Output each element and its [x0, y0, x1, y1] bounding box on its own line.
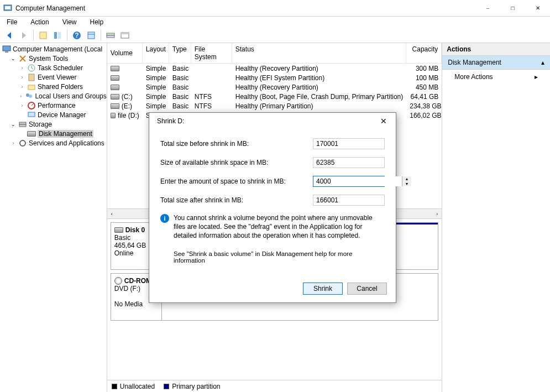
minimize-button[interactable]: –: [475, 0, 500, 17]
tool-disk-top[interactable]: [104, 29, 117, 41]
volume-row[interactable]: SimpleBasicHealthy (Recovery Partition)3…: [107, 64, 442, 73]
legend-swatch-blue: [164, 384, 169, 389]
tree-local-users[interactable]: › Local Users and Groups: [0, 91, 107, 101]
col-layout[interactable]: Layout: [143, 43, 169, 63]
volume-layout: Simple: [143, 93, 169, 101]
tool-refresh-view[interactable]: [37, 29, 49, 41]
col-volume[interactable]: Volume: [107, 43, 143, 63]
actions-group[interactable]: Disk Management ▴: [442, 56, 550, 70]
shrink-button[interactable]: Shrink: [303, 283, 343, 295]
svg-rect-17: [28, 85, 35, 90]
close-button[interactable]: ✕: [525, 0, 550, 17]
chevron-right-icon: ▸: [535, 73, 538, 81]
value-total-after: 166001: [313, 195, 385, 206]
shrink-amount-spinner[interactable]: ▲ ▼: [313, 176, 385, 187]
tree-event-viewer[interactable]: › Event Viewer: [0, 72, 107, 82]
volume-row[interactable]: SimpleBasicHealthy (Recovery Partition)4…: [107, 82, 442, 92]
storage-icon: [18, 120, 27, 129]
value-available: 62385: [313, 157, 385, 168]
volume-icon: [111, 94, 119, 100]
help-text: See "Shrink a basic volume" in Disk Mana…: [160, 250, 385, 264]
volume-icon: [111, 103, 119, 109]
chevron-right-icon[interactable]: ›: [19, 65, 25, 71]
col-capacity[interactable]: Capacity: [406, 43, 442, 63]
chevron-right-icon[interactable]: ›: [10, 140, 17, 146]
volume-row[interactable]: (C:)SimpleBasicNTFSHealthy (Boot, Page F…: [107, 92, 442, 101]
maximize-button[interactable]: □: [500, 0, 525, 17]
tree-services[interactable]: › Services and Applications: [0, 138, 107, 148]
volume-row[interactable]: SimpleBasicHealthy (EFI System Partition…: [107, 73, 442, 82]
tree-task-scheduler[interactable]: › Task Scheduler: [0, 63, 107, 72]
info-icon: i: [160, 214, 169, 223]
volume-name: (C:): [122, 93, 133, 101]
volume-type: Basic: [169, 102, 191, 110]
volume-name: file (D:): [118, 112, 139, 119]
tool-properties[interactable]: [51, 29, 64, 41]
menu-action[interactable]: Action: [28, 17, 51, 27]
svg-rect-13: [3, 46, 11, 51]
back-button[interactable]: [3, 29, 15, 41]
volume-fs: NTFS: [191, 93, 232, 101]
tree-shared-folders[interactable]: › Shared Folders: [0, 82, 107, 91]
tree-performance[interactable]: › Performance: [0, 101, 107, 110]
legend-primary: Primary partition: [164, 383, 220, 390]
svg-rect-7: [88, 32, 95, 39]
spin-down-icon[interactable]: ▼: [402, 181, 411, 186]
tree-device-manager[interactable]: Device Manager: [0, 110, 107, 119]
label-available: Size of available shrink space in MB:: [160, 159, 313, 166]
svg-rect-14: [5, 51, 8, 53]
svg-point-19: [29, 95, 32, 98]
forward-button[interactable]: [18, 29, 30, 41]
tools-icon: [18, 54, 27, 63]
shrink-amount-input[interactable]: [313, 176, 402, 186]
cancel-button[interactable]: Cancel: [347, 283, 387, 295]
menu-file[interactable]: File: [4, 17, 19, 27]
dialog-title: Shrink D:: [157, 117, 376, 125]
dialog-close-button[interactable]: ✕: [376, 114, 391, 128]
menu-view[interactable]: View: [60, 17, 79, 27]
col-status[interactable]: Status: [232, 43, 406, 63]
menu-help[interactable]: Help: [88, 17, 106, 27]
tree-root[interactable]: Computer Management (Local: [0, 44, 107, 54]
tree-disk-management[interactable]: Disk Management: [0, 129, 107, 138]
chevron-right-icon[interactable]: ›: [19, 103, 25, 108]
scroll-left-icon[interactable]: ‹: [107, 209, 117, 218]
actions-panel: Actions Disk Management ▴ More Actions ▸: [442, 43, 550, 392]
app-icon: [3, 4, 12, 13]
volume-type: Basic: [169, 65, 191, 72]
label-total-before: Total size before shrink in MB:: [160, 140, 313, 148]
tool-help[interactable]: ?: [71, 29, 83, 41]
tool-disk-bottom[interactable]: [119, 29, 131, 41]
chevron-right-icon[interactable]: ›: [19, 93, 23, 99]
volume-icon: [111, 66, 119, 71]
volume-capacity: 64,41 GB: [406, 93, 442, 101]
legend-unallocated: Unallocated: [112, 383, 155, 390]
volume-capacity: 450 MB: [406, 83, 442, 91]
svg-rect-12: [121, 33, 129, 34]
chevron-right-icon[interactable]: ›: [19, 84, 25, 90]
legend-swatch-black: [112, 384, 117, 389]
svg-rect-16: [29, 74, 34, 81]
spin-up-icon[interactable]: ▲: [402, 176, 411, 181]
shrink-dialog: Shrink D: ✕ Total size before shrink in …: [149, 112, 396, 303]
chevron-down-icon[interactable]: ⌄: [10, 56, 17, 61]
scroll-right-icon[interactable]: ›: [432, 209, 442, 218]
col-type[interactable]: Type: [169, 43, 191, 63]
volume-layout: Simple: [143, 65, 169, 72]
actions-more[interactable]: More Actions ▸: [442, 70, 550, 84]
dialog-buttons: Shrink Cancel: [149, 283, 396, 302]
dialog-titlebar: Shrink D: ✕: [149, 113, 396, 129]
volume-name: (E:): [122, 102, 132, 110]
tree-system-tools[interactable]: ⌄ System Tools: [0, 54, 107, 63]
col-filesystem[interactable]: File System: [191, 43, 232, 63]
tree-storage[interactable]: ⌄ Storage: [0, 119, 107, 129]
volume-fs: NTFS: [191, 102, 232, 110]
dialog-body: Total size before shrink in MB: 170001 S…: [149, 129, 396, 283]
volume-row[interactable]: (E:)SimpleBasicNTFSHealthy (Primary Part…: [107, 101, 442, 111]
chevron-down-icon[interactable]: ⌄: [10, 122, 17, 127]
toolbar-separator: [101, 30, 101, 41]
volume-icon: [111, 113, 116, 118]
tool-view-settings[interactable]: [85, 29, 97, 41]
svg-rect-2: [40, 32, 46, 39]
chevron-right-icon[interactable]: ›: [19, 75, 25, 80]
